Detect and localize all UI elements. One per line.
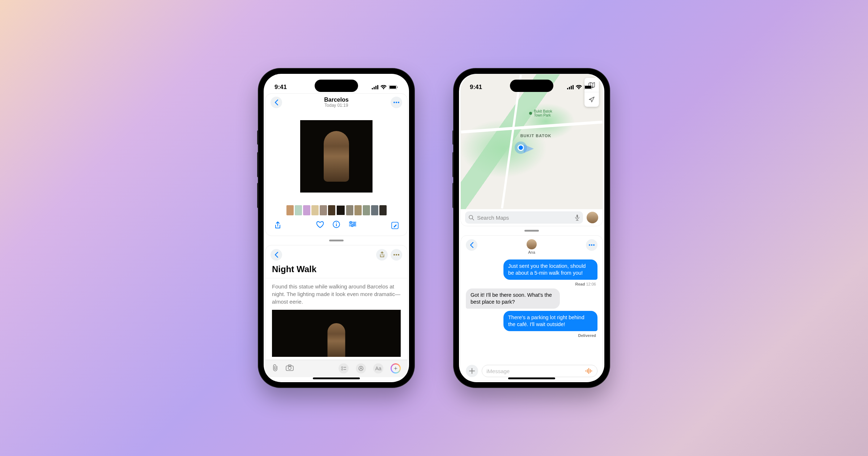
photo-thumbnail[interactable] <box>371 205 378 215</box>
map-view[interactable]: Bukit Batok Town Park BUKIT BATOK <box>461 74 603 209</box>
message-receipt: Delivered <box>578 333 597 338</box>
compose-field[interactable]: iMessage <box>482 365 597 377</box>
current-location-dot <box>518 144 524 151</box>
tree-icon <box>529 111 532 115</box>
dynamic-island <box>510 80 553 92</box>
notes-share-button[interactable] <box>376 249 388 261</box>
message-receipt: Read 12:06 <box>575 282 598 286</box>
contact-name: Ana <box>528 250 535 254</box>
locate-me-button[interactable] <box>584 92 599 107</box>
message-list[interactable]: Just sent you the location, should be ab… <box>461 256 603 362</box>
photo-thumbnail[interactable] <box>354 205 362 215</box>
svg-point-7 <box>393 102 395 103</box>
message-bubble-outgoing[interactable]: Just sent you the location, should be ab… <box>503 259 597 280</box>
split-grabber[interactable] <box>329 240 344 241</box>
svg-rect-3 <box>377 85 378 89</box>
search-placeholder: Search Maps <box>477 215 572 221</box>
note-body[interactable]: Found this statue while walking around B… <box>265 278 407 310</box>
message-bubble-incoming[interactable]: Got it! I'll be there soon. What's the b… <box>466 288 560 309</box>
battery-icon <box>389 85 398 89</box>
back-button[interactable] <box>271 97 282 108</box>
ellipsis-icon <box>589 244 595 246</box>
notes-toolbar: Aa <box>265 360 407 377</box>
message-bubble-outgoing[interactable]: There's a parking lot right behind the c… <box>503 311 597 331</box>
svg-point-25 <box>341 369 343 370</box>
photo-thumbnail[interactable] <box>311 205 319 215</box>
photos-pane: Barcelos Today 01:19 <box>265 93 408 236</box>
svg-rect-44 <box>590 369 591 373</box>
split-grabber[interactable] <box>524 230 539 232</box>
messages-more-button[interactable] <box>586 239 597 251</box>
photo-viewer[interactable] <box>265 110 407 203</box>
maps-search-field[interactable]: Search Maps <box>465 211 583 224</box>
paperclip-icon <box>272 364 278 371</box>
photo-thumbnail[interactable] <box>379 205 387 215</box>
note-inline-image[interactable] <box>272 310 401 357</box>
photo-thumbnail[interactable] <box>328 205 335 215</box>
profile-avatar[interactable] <box>587 212 598 223</box>
notes-back-button[interactable] <box>271 249 282 261</box>
edit-button[interactable] <box>389 220 401 231</box>
photo-thumbnail[interactable] <box>363 205 370 215</box>
svg-point-35 <box>529 112 532 115</box>
heart-icon <box>316 221 324 228</box>
microphone-icon[interactable] <box>575 215 579 221</box>
svg-rect-43 <box>588 368 589 374</box>
photo-title: Barcelos <box>324 97 349 103</box>
svg-rect-28 <box>567 88 568 89</box>
phone-right: 9:41 <box>454 69 609 387</box>
info-button[interactable] <box>333 221 340 230</box>
svg-rect-1 <box>374 87 375 89</box>
svg-rect-45 <box>591 370 592 372</box>
attach-button[interactable] <box>272 364 278 373</box>
photo-thumbnail[interactable] <box>303 205 310 215</box>
photo-thumbnail[interactable] <box>286 205 294 215</box>
markup-icon <box>358 366 363 371</box>
text-format-button[interactable]: Aa <box>373 363 383 373</box>
compose-placeholder: iMessage <box>486 368 510 374</box>
share-button[interactable] <box>272 220 284 231</box>
svg-rect-31 <box>573 85 574 89</box>
svg-point-13 <box>350 221 352 223</box>
audio-message-icon[interactable] <box>586 368 593 374</box>
phone-left: 9:41 Barcelos Today 01:19 <box>259 69 414 387</box>
sliders-icon <box>349 221 357 227</box>
photo-thumbnail[interactable] <box>295 205 302 215</box>
photo-thumbnail[interactable] <box>336 205 345 215</box>
park-poi[interactable]: Bukit Batok Town Park <box>529 109 559 117</box>
svg-point-9 <box>398 102 399 103</box>
svg-point-40 <box>593 244 595 246</box>
svg-point-21 <box>288 367 291 370</box>
markup-button[interactable] <box>356 363 366 373</box>
checklist-button[interactable] <box>339 363 349 373</box>
svg-rect-29 <box>569 87 570 89</box>
favorite-button[interactable] <box>316 221 324 230</box>
thumbnail-strip[interactable] <box>265 203 407 218</box>
share-icon <box>275 221 281 229</box>
maps-pane: Bukit Batok Town Park BUKIT BATOK Search… <box>460 74 603 226</box>
contact-header[interactable]: Ana <box>527 239 537 254</box>
messages-back-button[interactable] <box>466 239 477 251</box>
compose-add-button[interactable] <box>466 365 478 377</box>
dynamic-island <box>315 80 358 92</box>
battery-icon <box>584 85 593 89</box>
svg-rect-42 <box>587 369 588 373</box>
notes-more-button[interactable] <box>391 249 402 261</box>
notes-pane: Night Walk Found this statue while walki… <box>265 245 408 381</box>
adjust-button[interactable] <box>349 221 357 230</box>
svg-point-15 <box>352 225 353 227</box>
chevron-left-icon <box>275 100 278 105</box>
svg-rect-5 <box>390 86 396 89</box>
svg-rect-37 <box>576 215 578 218</box>
note-title: Night Walk <box>265 263 407 278</box>
home-indicator[interactable] <box>313 377 360 379</box>
svg-point-39 <box>591 244 592 246</box>
camera-button[interactable] <box>286 364 294 373</box>
photo-thumbnail[interactable] <box>346 205 353 215</box>
cellular-icon <box>567 85 574 89</box>
home-indicator[interactable] <box>508 377 555 379</box>
more-button[interactable] <box>391 97 402 108</box>
photo-thumbnail[interactable] <box>320 205 327 215</box>
svg-rect-26 <box>344 369 346 370</box>
ai-writing-button[interactable] <box>391 363 401 373</box>
